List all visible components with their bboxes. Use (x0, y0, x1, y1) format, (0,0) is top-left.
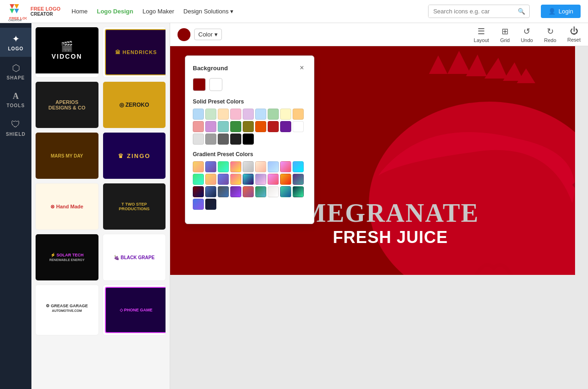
gradient-color-dot[interactable] (230, 174, 241, 185)
gradient-color-dot[interactable] (280, 186, 291, 197)
bg-swatch-dark[interactable] (193, 78, 206, 91)
logo-card-solartech[interactable]: ⚡ SOLAR TECHRENEWABLE ENERGY (35, 234, 99, 281)
logo-card-vidcon[interactable]: 🎬 VIDCON (35, 27, 99, 78)
nav-design-solutions[interactable]: Design Solutions ▾ (184, 8, 233, 15)
solid-color-dot[interactable] (193, 109, 204, 120)
gradient-color-dot[interactable] (193, 199, 204, 210)
nav-logo-design[interactable]: Logo Design (97, 8, 133, 15)
solid-color-dot[interactable] (268, 121, 279, 132)
search-icon[interactable]: 🔍 (514, 5, 529, 18)
gradient-color-dot[interactable] (243, 186, 254, 197)
solid-color-dot[interactable] (193, 134, 204, 145)
gradient-color-dot[interactable] (243, 174, 254, 185)
solid-color-dot[interactable] (230, 109, 241, 120)
redo-action[interactable]: ↻ Redo (544, 26, 556, 43)
gradient-color-dot[interactable] (205, 161, 216, 172)
solid-color-dot[interactable] (243, 134, 254, 145)
search-bar: 🔍 (428, 5, 530, 18)
solid-color-dot[interactable] (280, 121, 291, 132)
gradient-color-dot[interactable] (255, 186, 266, 197)
logo-card-marsday[interactable]: MARS MY DAY (35, 132, 99, 179)
logo-card-zingo[interactable]: ♛ ZINGO (103, 132, 166, 179)
reset-label: Reset (567, 37, 581, 43)
solid-color-dot[interactable] (280, 109, 291, 120)
gradient-color-dot[interactable] (193, 174, 204, 185)
reset-action[interactable]: ⏻ Reset (567, 26, 581, 43)
brand-logo[interactable]: FREE LOGO CREATOR FREE LOGO CREATOR (7, 2, 61, 21)
gradient-color-dot[interactable] (205, 199, 216, 210)
gradient-color-dot[interactable] (255, 161, 266, 172)
logo-card-twostep[interactable]: T TWO STEPPRODUCTIONS (103, 183, 166, 230)
solid-color-dot[interactable] (218, 121, 229, 132)
solid-color-dot[interactable] (218, 134, 229, 145)
gradient-color-dot[interactable] (293, 161, 304, 172)
sidebar-item-tools[interactable]: A TOOLS (0, 86, 31, 114)
sidebar-item-logo[interactable]: ✦ LOGO (0, 28, 31, 57)
sidebar-item-shape[interactable]: ⬡ SHAPE (0, 57, 31, 86)
gradient-color-dot[interactable] (293, 174, 304, 185)
gradient-color-dot[interactable] (280, 161, 291, 172)
logo-card-blackgrape[interactable]: 🍇 BLACK GRAPE (103, 234, 166, 281)
layout-action[interactable]: ☰ Layout (474, 26, 489, 43)
solid-section-label: Solid Preset Colors (193, 98, 306, 105)
sidebar-item-label-shield: SHIELD (6, 132, 26, 137)
gradient-color-dot[interactable] (230, 186, 241, 197)
sidebar-item-label-shape: SHAPE (6, 75, 24, 80)
solid-color-dot[interactable] (243, 109, 254, 120)
solid-color-dot[interactable] (193, 121, 204, 132)
gradient-color-dot[interactable] (230, 161, 241, 172)
logo-card-handmade[interactable]: ⊗ Hand Made (35, 183, 99, 230)
solid-color-dot[interactable] (243, 121, 254, 132)
solid-color-dot[interactable] (230, 121, 241, 132)
nav-home[interactable]: Home (72, 8, 88, 15)
grid-action[interactable]: ⊞ Grid (500, 26, 510, 43)
color-label-btn[interactable]: Color ▾ (194, 29, 222, 40)
reset-icon: ⏻ (570, 26, 578, 36)
logo-icon: ✦ (12, 33, 20, 44)
user-icon: 👤 (548, 8, 556, 15)
solid-color-dot[interactable] (218, 109, 229, 120)
gradient-color-dot[interactable] (280, 174, 291, 185)
layout-icon: ☰ (478, 26, 485, 36)
solid-color-dot[interactable] (255, 109, 266, 120)
solid-color-dot[interactable] (268, 109, 279, 120)
gradient-color-dot[interactable] (243, 161, 254, 172)
canvas-sub-text: FRESH JUICE (301, 228, 479, 247)
logo-card-phonegame[interactable]: ◇ PHONE GAME (103, 285, 166, 335)
undo-action[interactable]: ↺ Undo (521, 26, 533, 43)
solid-color-dot[interactable] (230, 134, 241, 145)
solid-color-dot[interactable] (255, 121, 266, 132)
logo-card-aperios[interactable]: APERIOSDESIGNS & CO (35, 81, 99, 128)
gradient-color-dot[interactable] (193, 186, 204, 197)
gradient-color-dot[interactable] (205, 186, 216, 197)
solid-color-dot[interactable] (293, 121, 304, 132)
gradient-color-dot[interactable] (218, 174, 229, 185)
solid-color-grid (193, 109, 306, 145)
logo-list-panel: 🎬 VIDCON 🏛 HENDRICKS APERIOSDESIGNS & CO… (31, 23, 170, 389)
color-swatch[interactable] (178, 28, 190, 41)
gradient-color-dot[interactable] (268, 174, 279, 185)
gradient-color-dot[interactable] (268, 161, 279, 172)
solid-color-dot[interactable] (205, 109, 216, 120)
gradient-color-dot[interactable] (205, 174, 216, 185)
gradient-color-dot[interactable] (218, 161, 229, 172)
redo-icon: ↻ (547, 26, 554, 36)
gradient-color-dot[interactable] (268, 186, 279, 197)
logo-card-hendricks[interactable]: 🏛 HENDRICKS (103, 27, 166, 78)
color-popup-close[interactable]: × (297, 63, 306, 73)
bg-swatch-light[interactable] (209, 78, 222, 91)
svg-marker-10 (484, 58, 508, 79)
solid-color-dot[interactable] (205, 134, 216, 145)
logo-card-greasegarage[interactable]: ⚙ GREASE GARAGEAUTOMOTIVE.COM (35, 285, 99, 335)
logo-card-zeroko[interactable]: ◎ ZEROKO (103, 81, 166, 128)
search-input[interactable] (429, 5, 514, 18)
gradient-color-dot[interactable] (255, 174, 266, 185)
gradient-color-dot[interactable] (193, 161, 204, 172)
sidebar-item-shield[interactable]: 🛡 SHIELD (0, 114, 31, 142)
nav-logo-maker[interactable]: Logo Maker (142, 8, 174, 15)
solid-color-dot[interactable] (205, 121, 216, 132)
solid-color-dot[interactable] (293, 109, 304, 120)
gradient-color-dot[interactable] (218, 186, 229, 197)
gradient-color-dot[interactable] (293, 186, 304, 197)
login-button[interactable]: 👤 Login (541, 5, 581, 18)
